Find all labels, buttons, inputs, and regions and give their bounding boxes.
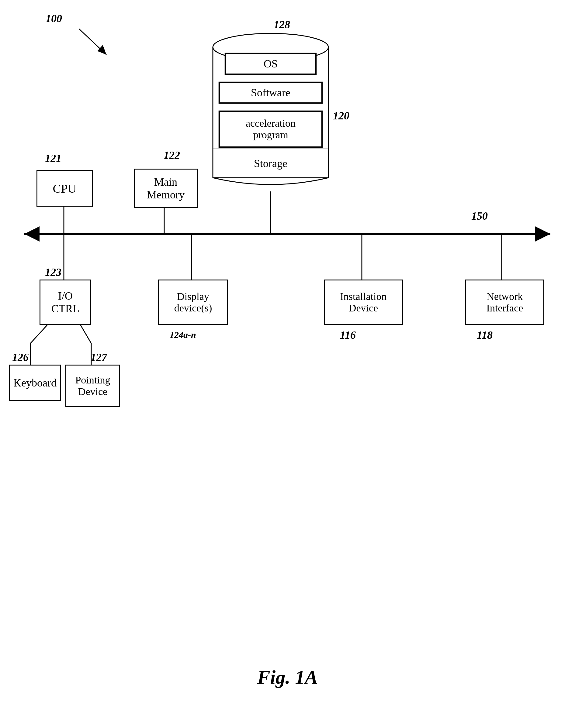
svg-marker-8 [535, 226, 550, 242]
ref-126: 126 [12, 351, 29, 364]
ref-150: 150 [471, 210, 488, 222]
software-box: Software [219, 82, 322, 103]
svg-marker-21 [97, 45, 106, 55]
storage-label: Storage [219, 151, 322, 176]
svg-marker-7 [24, 226, 39, 242]
ref-121: 121 [45, 152, 61, 165]
diagram: 100 128 OS Software acceleration program… [0, 0, 575, 728]
ref-128: 128 [274, 18, 290, 31]
acceleration-box: acceleration program [219, 111, 322, 147]
ref-127: 127 [91, 351, 107, 364]
ref-100: 100 [45, 12, 62, 25]
ref-123: 123 [45, 266, 61, 279]
ref-118: 118 [477, 329, 493, 341]
ref-116: 116 [340, 329, 356, 341]
ref-120: 120 [333, 109, 349, 122]
keyboard-box: Keyboard [9, 365, 61, 401]
pointing-device-box: Pointing Device [65, 365, 120, 407]
io-ctrl-box: I/O CTRL [39, 280, 91, 325]
display-device-box: Display device(s) [158, 280, 228, 325]
svg-line-18 [80, 325, 91, 343]
svg-line-16 [30, 325, 47, 343]
os-box: OS [225, 53, 316, 74]
ref-124: 124a-n [170, 330, 196, 340]
figure-caption: Fig. 1A [0, 666, 575, 689]
cpu-box: CPU [36, 170, 93, 207]
svg-line-20 [79, 29, 106, 55]
installation-device-box: Installation Device [324, 280, 403, 325]
network-interface-box: Network Interface [465, 280, 544, 325]
ref-122: 122 [164, 149, 180, 161]
main-memory-box: Main Memory [134, 169, 198, 208]
